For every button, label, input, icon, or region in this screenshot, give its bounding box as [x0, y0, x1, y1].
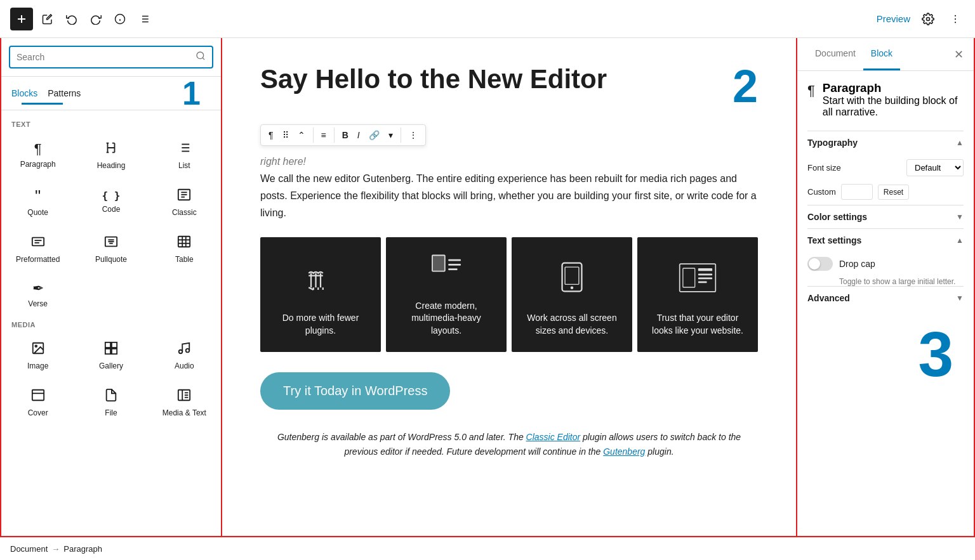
- paragraph-label: Paragraph: [20, 160, 56, 169]
- block-item-gallery[interactable]: Gallery: [74, 331, 147, 378]
- cta-button[interactable]: Try it Today in WordPress: [260, 372, 450, 410]
- svg-rect-55: [448, 259, 461, 261]
- paragraph-text[interactable]: We call the new editor Gutenberg. The en…: [260, 170, 758, 222]
- more-rich-text-button[interactable]: ▾: [385, 127, 397, 143]
- advanced-title: Advanced: [807, 293, 850, 303]
- drop-cap-toggle-row: Drop cap: [807, 252, 964, 276]
- tab-underline: [22, 103, 63, 105]
- list-view-button[interactable]: [135, 10, 154, 29]
- move-up-down-button[interactable]: ⌃: [294, 127, 309, 143]
- block-item-table[interactable]: Table: [148, 225, 221, 271]
- svg-point-12: [955, 15, 956, 16]
- svg-point-13: [955, 18, 956, 19]
- font-size-select[interactable]: Default Small Normal Medium Large Huge: [906, 159, 964, 176]
- block-item-code[interactable]: { } Code: [74, 178, 147, 225]
- footer-text: Gutenberg is available as part of WordPr…: [260, 430, 758, 459]
- blocks-content: TEXT ¶ Paragraph Heading: [1, 110, 221, 536]
- more-options-button[interactable]: [946, 10, 965, 29]
- block-item-quote[interactable]: " Quote: [1, 178, 74, 225]
- color-settings-title: Color settings: [807, 212, 867, 222]
- cover-icon: [31, 388, 45, 405]
- svg-rect-27: [32, 238, 43, 246]
- block-type-button[interactable]: ¶: [265, 127, 277, 143]
- gutenberg-link[interactable]: Gutenberg: [603, 446, 645, 457]
- font-size-row: Font size Default Small Normal Medium La…: [807, 154, 964, 181]
- svg-rect-66: [698, 282, 707, 283]
- info-button[interactable]: [110, 10, 129, 29]
- classic-editor-link[interactable]: Classic Editor: [526, 432, 581, 442]
- align-button[interactable]: ≡: [317, 127, 330, 143]
- block-item-verse[interactable]: ✒ Verse: [1, 271, 74, 316]
- italic-button[interactable]: I: [354, 127, 364, 143]
- block-item-image[interactable]: Image: [1, 331, 74, 378]
- custom-label: Custom: [807, 187, 836, 197]
- svg-rect-1: [18, 18, 25, 20]
- pullquote-icon: [104, 235, 118, 251]
- custom-font-size-input[interactable]: [841, 184, 873, 200]
- media-text-label: Media & Text: [162, 408, 206, 417]
- block-item-heading[interactable]: Heading: [74, 131, 147, 178]
- block-item-list[interactable]: List: [148, 131, 221, 178]
- toggle-knob: [809, 258, 820, 270]
- tab-patterns[interactable]: Patterns: [48, 82, 81, 105]
- heading-label: Heading: [97, 161, 126, 170]
- svg-rect-47: [32, 390, 43, 401]
- audio-icon: [177, 341, 191, 358]
- search-input[interactable]: [17, 52, 196, 62]
- number-badge-2: 2: [733, 63, 758, 109]
- feature-card-icon-2: [559, 261, 585, 302]
- close-panel-button[interactable]: ✕: [954, 48, 964, 62]
- reset-font-size-button[interactable]: Reset: [878, 185, 909, 200]
- search-bar: [1, 38, 221, 77]
- block-item-preformatted[interactable]: Preformatted: [1, 225, 74, 271]
- undo-button[interactable]: [62, 10, 81, 29]
- block-item-file[interactable]: File: [74, 378, 147, 425]
- breadcrumb-item-1[interactable]: Document: [10, 544, 48, 554]
- verse-icon: ✒: [32, 282, 44, 296]
- text-settings-content: Drop cap Toggle to show a large initial …: [807, 252, 964, 286]
- text-settings-section-header[interactable]: Text settings ▲: [807, 228, 964, 252]
- block-description: Start with the building block of all nar…: [823, 95, 964, 118]
- list-label: List: [178, 161, 190, 170]
- advanced-section-header[interactable]: Advanced ▼: [807, 286, 964, 309]
- add-block-button[interactable]: [10, 8, 33, 30]
- right-panel-header: Document Block ✕: [797, 38, 974, 71]
- edit-button[interactable]: [38, 10, 57, 29]
- link-button[interactable]: 🔗: [365, 127, 383, 143]
- color-settings-section-header[interactable]: Color settings ▼: [807, 205, 964, 228]
- image-label: Image: [27, 361, 48, 370]
- main-layout: Blocks Patterns 1 TEXT ¶ Paragraph: [0, 38, 975, 537]
- block-item-pullquote[interactable]: Pullquote: [74, 225, 147, 271]
- breadcrumb-separator: →: [51, 544, 60, 554]
- tab-document[interactable]: Document: [807, 38, 863, 70]
- svg-point-14: [955, 22, 956, 23]
- color-settings-chevron: ▼: [956, 212, 964, 221]
- gallery-icon: [104, 341, 118, 358]
- block-item-cover[interactable]: Cover: [1, 378, 74, 425]
- cover-label: Cover: [28, 408, 48, 417]
- typography-section-header[interactable]: Typography ▲: [807, 131, 964, 154]
- block-item-classic[interactable]: Classic: [148, 178, 221, 225]
- block-item-media-text[interactable]: Media & Text: [148, 378, 221, 425]
- svg-point-45: [179, 350, 183, 354]
- svg-point-40: [35, 345, 37, 347]
- drop-cap-toggle[interactable]: [807, 257, 833, 271]
- block-name: Paragraph: [823, 81, 964, 95]
- redo-button[interactable]: [86, 10, 105, 29]
- tab-block[interactable]: Block: [863, 38, 900, 70]
- bold-button[interactable]: B: [338, 127, 352, 143]
- preview-button[interactable]: Preview: [877, 13, 910, 24]
- breadcrumb-item-2[interactable]: Paragraph: [63, 544, 102, 554]
- code-icon: { }: [102, 191, 121, 201]
- block-item-paragraph[interactable]: ¶ Paragraph: [1, 131, 74, 178]
- advanced-chevron: ▼: [956, 294, 964, 303]
- section-label-text: TEXT: [1, 115, 221, 131]
- settings-button[interactable]: [918, 9, 938, 29]
- drag-handle-button[interactable]: ⠿: [279, 127, 293, 143]
- tab-blocks[interactable]: Blocks: [11, 82, 37, 105]
- block-item-audio[interactable]: Audio: [148, 331, 221, 378]
- preformatted-icon: [31, 235, 45, 251]
- block-more-options-button[interactable]: ⋮: [405, 127, 421, 143]
- block-toolbar: ¶ ⠿ ⌃ ≡ B I 🔗 ▾ ⋮: [260, 124, 426, 146]
- media-blocks-grid: Image Gallery Audio: [1, 331, 221, 425]
